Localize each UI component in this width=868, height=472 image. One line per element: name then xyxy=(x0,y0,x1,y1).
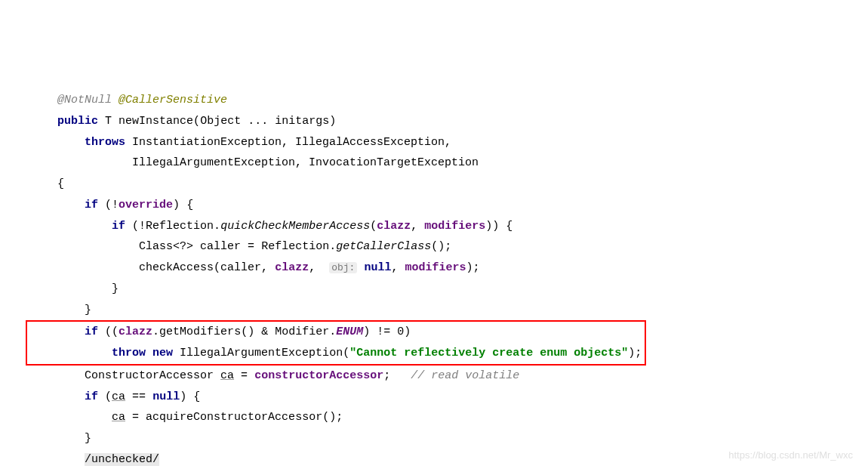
keyword-throws: throws xyxy=(85,136,125,149)
punct: } xyxy=(112,282,119,295)
method-getcaller: getCallerClass xyxy=(336,240,431,253)
field-clazz: clazz xyxy=(377,220,411,233)
punct: ) xyxy=(329,411,336,424)
punct: ) xyxy=(404,325,411,338)
var-caller: caller xyxy=(220,261,261,274)
type-T: T xyxy=(105,115,112,128)
field-clazz: clazz xyxy=(119,325,152,338)
keyword-if: if xyxy=(112,220,125,233)
line: /unchecked/ xyxy=(30,453,159,466)
punct: . xyxy=(152,325,159,338)
line: checkAccess(caller, clazz, obj: null, mo… xyxy=(30,261,480,274)
line: ca = acquireConstructorAccessor(); xyxy=(30,411,343,424)
punct: ( xyxy=(112,325,119,338)
punct: ) xyxy=(485,220,492,233)
method-acquire: acquireConstructorAccessor xyxy=(146,411,322,424)
field-modifiers: modifiers xyxy=(424,220,485,233)
line: if (!override) { xyxy=(30,199,193,211)
punct: , xyxy=(391,261,398,274)
line: } xyxy=(30,304,91,316)
field-enum: ENUM xyxy=(336,325,363,338)
punct: . xyxy=(214,220,220,233)
type-object: Object xyxy=(200,115,241,128)
field-modifiers: modifiers xyxy=(405,261,466,274)
keyword-public: public xyxy=(57,115,98,128)
punct: . xyxy=(329,240,336,253)
punct: ) xyxy=(173,199,180,211)
punct: != xyxy=(377,325,390,338)
punct: ! xyxy=(112,199,119,211)
var-ca: ca xyxy=(112,411,125,424)
line: throws InstantiationException, IllegalAc… xyxy=(30,136,451,149)
punct: ; xyxy=(383,369,390,382)
punct: ; xyxy=(635,347,642,359)
field-override: override xyxy=(119,199,173,211)
punct: ) xyxy=(492,220,499,233)
punct: = xyxy=(248,240,254,253)
line: } xyxy=(30,282,119,295)
keyword-if: if xyxy=(85,390,98,403)
punct: ; xyxy=(336,411,343,424)
punct: ) xyxy=(438,240,445,253)
annotation-callersensitive: @CallerSensitive xyxy=(119,94,227,106)
punct: ) xyxy=(248,325,254,338)
varargs: ... xyxy=(241,115,275,128)
highlighted-block: if ((clazz.getModifiers() & Modifier.ENU… xyxy=(26,320,646,366)
exceptions: IllegalArgumentException, InvocationTarg… xyxy=(132,156,479,169)
line: @NotNull @CallerSensitive xyxy=(30,94,227,106)
keyword-null: null xyxy=(364,261,391,274)
punct: 0 xyxy=(397,325,404,338)
param: initargs xyxy=(275,115,329,128)
var-ca: ca xyxy=(220,369,234,382)
punct: ) xyxy=(628,347,635,359)
code-editor[interactable]: @NotNull @CallerSensitive public T newIn… xyxy=(30,90,868,472)
punct: { xyxy=(186,199,193,211)
punct: = xyxy=(241,369,248,382)
field-ca: constructorAccessor xyxy=(254,369,383,382)
line: ConstructorAccessor ca = constructorAcce… xyxy=(30,369,519,382)
punct: } xyxy=(85,304,91,316)
punct: ( xyxy=(370,220,377,233)
watermark: https://blog.csdn.net/Mr_wxc xyxy=(728,446,853,464)
punct: { xyxy=(193,390,200,403)
punct: ( xyxy=(132,220,139,233)
punct: ( xyxy=(105,199,112,211)
exceptions: InstantiationException, IllegalAccessExc… xyxy=(132,136,451,149)
keyword-if: if xyxy=(85,325,98,338)
punct: ( xyxy=(193,115,200,128)
punct: ; xyxy=(445,240,451,253)
line: public T newInstance(Object ... initargs… xyxy=(30,115,336,128)
punct: = xyxy=(132,411,139,424)
punct: ( xyxy=(105,325,112,338)
punct: ( xyxy=(431,240,438,253)
punct: , xyxy=(261,261,268,274)
punct: ) xyxy=(180,390,186,403)
string-literal: "Cannot reflectively create enum objects… xyxy=(349,347,628,359)
punct: , xyxy=(309,261,315,274)
keyword-if: if xyxy=(85,199,98,211)
punct: & xyxy=(261,325,268,338)
punct: == xyxy=(132,390,146,403)
punct: ) xyxy=(329,115,336,128)
reflection: Reflection xyxy=(261,240,329,253)
line: { xyxy=(30,177,64,190)
field-clazz: clazz xyxy=(275,261,309,274)
punct: ! xyxy=(139,220,146,233)
punct: ( xyxy=(343,347,349,359)
suppressed-unchecked: /unchecked/ xyxy=(85,453,159,466)
method-quickcheck: quickCheckMemberAccess xyxy=(220,220,370,233)
exception: IllegalArgumentException xyxy=(180,347,343,359)
comment: // read volatile xyxy=(411,369,519,382)
param-hint-obj: obj: xyxy=(329,262,357,273)
method-name: newInstance xyxy=(119,115,193,128)
keyword-throw: throw xyxy=(112,347,146,359)
keyword-null: null xyxy=(152,390,180,403)
keyword-new: new xyxy=(152,347,173,359)
method-getmodifiers: getModifiers xyxy=(159,325,241,338)
modifier: Modifier xyxy=(275,325,329,338)
punct: { xyxy=(57,177,64,190)
method-checkaccess: checkAccess xyxy=(139,261,214,274)
punct: , xyxy=(411,220,417,233)
line: if (!Reflection.quickCheckMemberAccess(c… xyxy=(30,220,512,233)
reflection: Reflection xyxy=(146,220,214,233)
